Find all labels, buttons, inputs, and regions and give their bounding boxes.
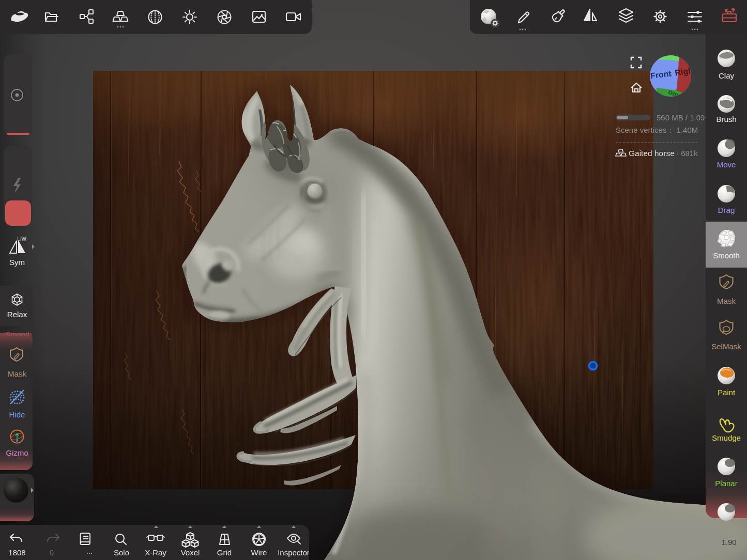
- svg-text:Smudge: Smudge: [712, 433, 741, 442]
- svg-text:Wire: Wire: [251, 548, 267, 557]
- svg-text:Mask: Mask: [717, 297, 736, 305]
- svg-text:...: ...: [86, 547, 93, 555]
- svg-text:Brush: Brush: [716, 115, 736, 123]
- svg-text:Inspector: Inspector: [278, 548, 309, 557]
- svg-text:560 MB / 1.09 G: 560 MB / 1.09 G: [657, 113, 706, 122]
- svg-text:1808: 1808: [8, 548, 25, 557]
- svg-text:X-Ray: X-Ray: [145, 548, 166, 557]
- svg-text:Voxel: Voxel: [181, 548, 200, 557]
- svg-text:Gizmo: Gizmo: [6, 448, 28, 457]
- svg-text:Relax: Relax: [7, 310, 27, 319]
- svg-text:Drag: Drag: [718, 206, 735, 214]
- svg-text:Gaited horse: Gaited horse: [629, 149, 675, 158]
- svg-text:Solo: Solo: [114, 548, 129, 557]
- svg-text:· 681k: · 681k: [676, 149, 698, 158]
- svg-text:Sym: Sym: [9, 258, 25, 267]
- svg-text:L/W: L/W: [17, 236, 26, 242]
- svg-text:Hide: Hide: [9, 410, 25, 419]
- svg-text:SelMask: SelMask: [711, 342, 741, 351]
- svg-text:Move: Move: [717, 160, 736, 169]
- svg-text:Mask: Mask: [8, 369, 26, 378]
- svg-text:Clay: Clay: [719, 71, 735, 80]
- svg-text:Paint: Paint: [718, 388, 736, 397]
- svg-text:Smooth: Smooth: [713, 251, 740, 260]
- svg-text:Grid: Grid: [217, 548, 232, 557]
- svg-text:Scene vertices： 1.40M: Scene vertices： 1.40M: [616, 126, 698, 134]
- svg-text:Smooth: Smooth: [5, 330, 32, 339]
- svg-text:0: 0: [50, 548, 54, 557]
- svg-text:Planar: Planar: [715, 479, 737, 488]
